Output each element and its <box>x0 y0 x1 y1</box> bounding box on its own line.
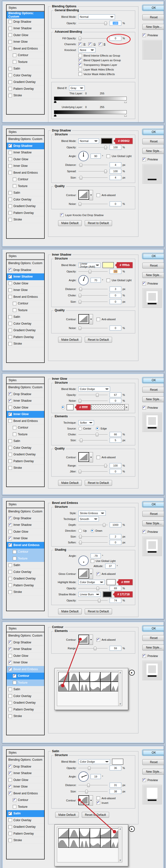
ok-button[interactable]: OK <box>142 626 164 631</box>
checkbox[interactable] <box>8 164 12 168</box>
angle-value[interactable]: 19 <box>90 774 101 779</box>
contour-picker[interactable] <box>78 190 89 200</box>
sidebar-item-gradient-overlay[interactable]: Gradient Overlay <box>7 700 44 706</box>
contour-preset[interactable] <box>101 682 111 691</box>
sidebar-item-bevel-emboss[interactable]: Bevel and Emboss <box>7 790 44 797</box>
size-slider[interactable] <box>78 300 108 304</box>
contour-dropdown-button[interactable] <box>89 795 93 806</box>
opacity-value[interactable]: 39 <box>110 269 121 274</box>
shadow-mode-select[interactable]: Linear Burn <box>78 592 101 597</box>
sidebar-item-blending-options[interactable]: Blending Options: Custom <box>7 384 44 391</box>
sidebar-item-texture[interactable]: Texture <box>7 431 44 438</box>
new-style-button[interactable]: New Style... <box>142 521 164 526</box>
blend-clipped-checkbox[interactable] <box>78 58 82 62</box>
checkbox[interactable] <box>8 412 12 416</box>
contour-dropdown-button[interactable] <box>89 569 93 579</box>
contour-preset[interactable] <box>90 829 100 838</box>
sidebar-item-color-overlay[interactable]: Color Overlay <box>7 196 44 203</box>
opacity-slider[interactable] <box>78 393 108 397</box>
jitter-value[interactable]: 0 <box>110 469 121 474</box>
checkbox[interactable] <box>8 563 12 567</box>
highlight-slider-handle[interactable] <box>124 114 127 117</box>
satin-color-swatch[interactable] <box>112 759 123 765</box>
checkbox[interactable] <box>8 778 12 782</box>
sidebar-item-texture[interactable]: Texture <box>7 183 44 190</box>
anti-aliased-checkbox[interactable] <box>96 456 100 459</box>
contour-preset[interactable] <box>69 829 79 838</box>
reset-button[interactable]: Reset <box>142 263 164 269</box>
checkbox[interactable] <box>13 432 16 436</box>
angle-value[interactable]: 90 <box>90 154 101 158</box>
invert-checkbox[interactable] <box>96 801 100 805</box>
reset-to-default-button[interactable]: Reset to Default <box>85 337 112 343</box>
sidebar-item-color-overlay[interactable]: Color Overlay <box>7 569 44 576</box>
sidebar-item-stroke[interactable]: Stroke <box>7 589 44 596</box>
contour-preset[interactable] <box>101 829 111 838</box>
checkbox[interactable] <box>8 46 12 50</box>
checkbox[interactable] <box>8 392 12 396</box>
scroll-up-icon[interactable]: ▲ <box>119 671 121 674</box>
range-slider[interactable] <box>78 464 108 468</box>
checkbox[interactable] <box>8 832 12 835</box>
sidebar-item-outer-glow[interactable]: Outer Glow <box>7 528 44 535</box>
reset-to-default-button[interactable]: Reset to Default <box>82 812 109 818</box>
sidebar-item-satin[interactable]: Satin <box>7 438 44 444</box>
checkbox[interactable] <box>8 590 12 594</box>
checkbox[interactable] <box>8 765 12 768</box>
sidebar-item-satin[interactable]: Satin <box>7 65 44 72</box>
depth-value[interactable]: 1000 <box>110 522 121 527</box>
noise-value[interactable]: 0 <box>110 398 121 403</box>
shadow-slider-handle[interactable] <box>54 101 56 103</box>
glow-color-swatch[interactable] <box>67 404 74 410</box>
distance-slider[interactable] <box>78 287 108 291</box>
reset-button[interactable]: Reset <box>142 759 164 765</box>
checkbox[interactable] <box>8 80 12 84</box>
checkbox[interactable] <box>8 268 12 272</box>
contour-preset[interactable] <box>80 672 90 681</box>
opacity-slider[interactable] <box>78 270 108 273</box>
checkbox[interactable] <box>8 40 12 44</box>
sidebar-item-gradient-overlay[interactable]: Gradient Overlay <box>7 451 44 458</box>
altitude-value[interactable]: 37 <box>105 564 115 568</box>
checkbox[interactable] <box>13 54 16 57</box>
reset-to-default-button[interactable]: Reset to Default <box>85 220 112 226</box>
checkbox[interactable] <box>13 805 16 808</box>
sidebar-item-drop-shadow[interactable]: Drop Shadow <box>7 515 44 522</box>
checkbox[interactable] <box>8 543 12 547</box>
opacity-value[interactable]: 67 <box>110 393 121 397</box>
sidebar-item-color-overlay[interactable]: Color Overlay <box>7 444 44 452</box>
contour-dropdown-button[interactable] <box>89 314 93 324</box>
use-global-light-checkbox[interactable] <box>106 279 110 282</box>
layer-mask-hides-checkbox[interactable] <box>78 67 82 71</box>
sidebar-item-color-overlay[interactable]: Color Overlay <box>7 320 44 327</box>
checkbox[interactable] <box>8 197 12 201</box>
range-value[interactable]: 59 <box>110 646 121 651</box>
shadow-opacity-value[interactable]: 74 <box>110 598 121 603</box>
checkbox[interactable] <box>8 654 12 657</box>
highlight-mode-select[interactable]: Color Dodge <box>78 580 105 585</box>
sidebar-item-bevel-emboss[interactable]: Bevel and Emboss <box>7 418 44 425</box>
choke-slider[interactable] <box>78 432 108 436</box>
contour-preset[interactable] <box>59 829 68 838</box>
checkbox[interactable] <box>8 838 12 842</box>
style-select[interactable]: Stroke Emboss <box>78 511 106 516</box>
noise-slider[interactable] <box>78 202 108 206</box>
angle-value[interactable]: 70 <box>90 278 101 283</box>
checkbox[interactable] <box>8 144 12 148</box>
anti-aliased-checkbox[interactable] <box>96 638 100 642</box>
sidebar-item-inner-shadow[interactable]: Inner Shadow <box>7 273 44 280</box>
underlying-layer-gradient-bar[interactable] <box>54 110 127 114</box>
checkbox[interactable] <box>8 33 12 37</box>
checkbox[interactable] <box>13 674 16 678</box>
sidebar-item-stroke[interactable]: Stroke <box>7 713 44 720</box>
sidebar-item-texture[interactable]: Texture <box>7 307 44 314</box>
checkbox[interactable] <box>8 641 12 644</box>
sidebar-item-texture[interactable]: Texture <box>7 555 44 562</box>
sidebar-item-contour[interactable]: Contour <box>7 549 44 555</box>
contour-picker[interactable] <box>78 634 89 644</box>
checkbox[interactable] <box>13 302 16 305</box>
preview-checkbox[interactable] <box>142 158 146 161</box>
checkbox[interactable] <box>8 708 12 711</box>
sidebar-item-pattern-overlay[interactable]: Pattern Overlay <box>7 334 44 341</box>
gradient-strip[interactable] <box>91 404 125 410</box>
